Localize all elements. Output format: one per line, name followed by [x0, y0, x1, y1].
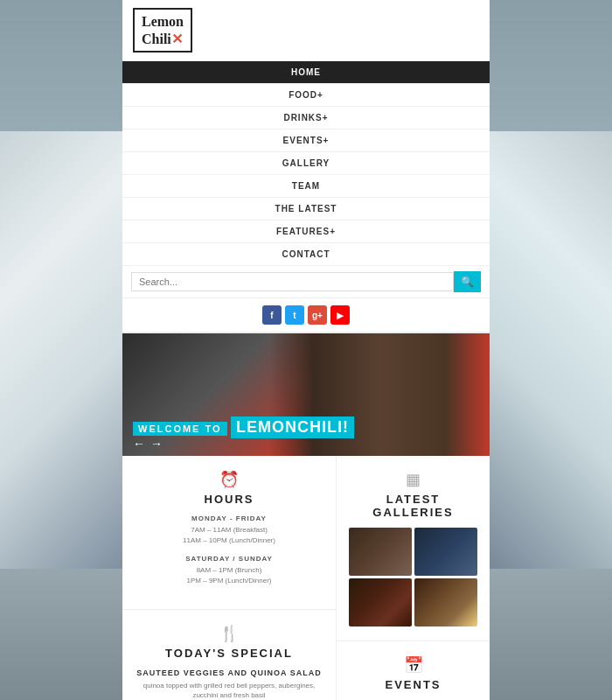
- galleries-section: ▦ LATEST GALLERIES: [337, 456, 490, 641]
- search-input[interactable]: [131, 272, 454, 291]
- hero-banner: WELCOME TO LEMONCHILI! ← →: [122, 333, 490, 456]
- nav-link-latest[interactable]: THE LATEST: [122, 198, 490, 220]
- left-column: ⏰ HOURS MONDAY - FRIDAY 7AM – 11AM (Brea…: [122, 456, 337, 700]
- gallery-thumb-4[interactable]: [414, 578, 477, 626]
- nav-item-team[interactable]: TEAM: [122, 175, 490, 198]
- nav-item-gallery[interactable]: GALLERY: [122, 152, 490, 175]
- logo-x: ✕: [171, 32, 183, 46]
- weekday-time1: 7AM – 11AM (Breakfast): [135, 525, 323, 536]
- nav-link-drinks[interactable]: DRINKS+: [122, 107, 490, 130]
- two-column-layout: ⏰ HOURS MONDAY - FRIDAY 7AM – 11AM (Brea…: [122, 456, 490, 700]
- nav-link-events[interactable]: EVENTS+: [122, 130, 490, 152]
- dish-name: SAUTEED VEGGIES AND QUINOA SALAD: [135, 668, 323, 677]
- hero-text: WELCOME TO LEMONCHILI!: [133, 415, 354, 438]
- galleries-title: LATEST GALLERIES: [349, 493, 477, 519]
- nav-item-features[interactable]: FEATURES+: [122, 220, 490, 243]
- nav-item-home[interactable]: HOME: [122, 61, 490, 84]
- twitter-icon[interactable]: t: [285, 305, 304, 325]
- nav-item-latest[interactable]: THE LATEST: [122, 198, 490, 220]
- social-bar: f t g+ ▶: [122, 298, 490, 333]
- gallery-grid: [349, 528, 477, 626]
- logo-line1: Lemon: [142, 14, 184, 29]
- weekday-time2: 11AM – 10PM (Lunch/Dinner): [135, 536, 323, 546]
- site-logo[interactable]: Lemon Chili✕: [133, 8, 192, 52]
- fork-knife-icon: 🍴: [135, 624, 323, 643]
- nav-item-contact[interactable]: CONTACT: [122, 243, 490, 266]
- gallery-icon: ▦: [349, 470, 477, 489]
- events-section: 📅 EVENTS SUNDAY BRUNCH 08 JUN, 2018 SUND…: [337, 641, 490, 700]
- weekend-time2: 1PM – 9PM (Lunch/Dinner): [135, 576, 323, 586]
- right-column: ▦ LATEST GALLERIES 📅 EVENTS SUNDAY BRUNC…: [337, 456, 490, 700]
- weekday-label: MONDAY - FRIDAY: [135, 514, 323, 522]
- hero-arrows: ← →: [133, 437, 163, 451]
- gallery-thumb-2[interactable]: [414, 528, 477, 576]
- nav-link-food[interactable]: FOOD+: [122, 84, 490, 107]
- nav-link-team[interactable]: TEAM: [122, 175, 490, 198]
- nav-link-gallery[interactable]: GALLERY: [122, 152, 490, 175]
- youtube-icon[interactable]: ▶: [330, 305, 350, 325]
- nav-item-events[interactable]: EVENTS+: [122, 130, 490, 152]
- nav-item-food[interactable]: FOOD+: [122, 84, 490, 107]
- hero-welcome-line1: WELCOME TO: [133, 422, 227, 436]
- events-title: EVENTS: [349, 678, 477, 691]
- hero-welcome-line2: LEMONCHILI!: [231, 416, 354, 438]
- nav-link-features[interactable]: FEATURES+: [122, 220, 490, 243]
- hours-title: HOURS: [135, 493, 323, 506]
- content-area: ⏰ HOURS MONDAY - FRIDAY 7AM – 11AM (Brea…: [122, 456, 490, 700]
- nav-link-contact[interactable]: CONTACT: [122, 243, 490, 266]
- googleplus-icon[interactable]: g+: [308, 305, 327, 325]
- nav-item-drinks[interactable]: DRINKS+: [122, 107, 490, 130]
- special-title: TODAY'S SPECIAL: [135, 647, 323, 660]
- nav-link-home[interactable]: HOME: [122, 61, 490, 84]
- weekend-label: SATURDAY / SUNDAY: [135, 555, 323, 563]
- bg-chairs-right: [490, 131, 612, 569]
- clock-icon: ⏰: [135, 470, 323, 489]
- special-section: 🍴 TODAY'S SPECIAL SAUTEED VEGGIES AND QU…: [122, 610, 336, 700]
- hero-prev-arrow[interactable]: ←: [133, 437, 145, 451]
- facebook-icon[interactable]: f: [262, 305, 282, 325]
- weekend-hours: SATURDAY / SUNDAY 8AM – 1PM (Brunch) 1PM…: [135, 555, 323, 586]
- gallery-thumb-3[interactable]: [349, 578, 412, 626]
- hours-section: ⏰ HOURS MONDAY - FRIDAY 7AM – 11AM (Brea…: [122, 456, 336, 610]
- logo-line2: Chili: [142, 32, 171, 46]
- main-wrapper: Lemon Chili✕ HOME FOOD+ DRINKS+ EVENTS+ …: [122, 0, 490, 700]
- bg-chairs-left: [0, 131, 122, 569]
- gallery-thumb-1[interactable]: [349, 528, 412, 576]
- weekday-hours: MONDAY - FRIDAY 7AM – 11AM (Breakfast) 1…: [135, 514, 323, 546]
- main-nav: HOME FOOD+ DRINKS+ EVENTS+ GALLERY TEAM …: [122, 61, 490, 266]
- hero-next-arrow[interactable]: →: [150, 437, 163, 451]
- site-header: Lemon Chili✕: [122, 0, 490, 61]
- weekend-time1: 8AM – 1PM (Brunch): [135, 565, 323, 576]
- dish-description: quinoa topped with grilled red bell pepp…: [135, 681, 323, 700]
- calendar-icon: 📅: [349, 655, 477, 675]
- search-bar: 🔍: [122, 266, 490, 298]
- search-button[interactable]: 🔍: [454, 271, 481, 292]
